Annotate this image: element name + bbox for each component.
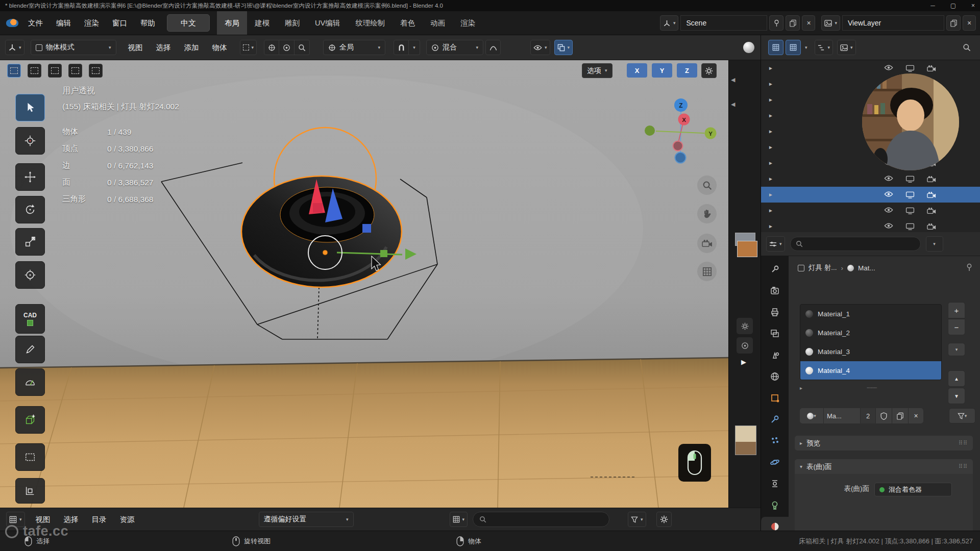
surface-shader-dropdown[interactable]: 混合着色器 bbox=[874, 483, 952, 496]
move-slot-up-button[interactable]: ▲ bbox=[948, 370, 965, 387]
tab-shading[interactable]: 着色 bbox=[393, 11, 423, 35]
menu-add[interactable]: 添加 bbox=[178, 35, 206, 60]
tab-tool[interactable] bbox=[761, 260, 789, 279]
import-method-dropdown[interactable]: 遵循偏好设置▾ bbox=[259, 512, 354, 527]
panel-grip[interactable]: ⠿⠿ bbox=[959, 440, 968, 446]
select-mode-extend[interactable] bbox=[28, 64, 41, 78]
snap-settings-dropdown[interactable]: ▾ bbox=[409, 40, 420, 55]
viewlayer-browse-dropdown[interactable]: ▾ bbox=[821, 15, 840, 31]
material-slot[interactable]: Material_1 bbox=[800, 305, 941, 323]
outliner-search-icon[interactable] bbox=[963, 43, 971, 52]
tool-rotate[interactable] bbox=[15, 196, 45, 223]
tool-options-dropdown[interactable]: 选项▾ bbox=[582, 63, 612, 78]
viewlayer-remove-button[interactable]: × bbox=[963, 15, 976, 31]
expand-play-arrow[interactable]: ▶ bbox=[741, 358, 746, 366]
outliner-display-mode-dropdown[interactable]: ▾ bbox=[815, 40, 834, 55]
maximize-button[interactable]: ▢ bbox=[950, 2, 956, 9]
outliner-row[interactable]: ► bbox=[761, 203, 980, 218]
browse-material-dropdown[interactable]: ▾ bbox=[800, 408, 823, 423]
tool-scale[interactable] bbox=[15, 228, 45, 256]
tab-texture-paint[interactable]: 纹理绘制 bbox=[348, 11, 393, 35]
tool-annotate[interactable] bbox=[15, 336, 45, 363]
zoom-button[interactable] bbox=[697, 176, 717, 195]
outliner-display-toggle-1[interactable] bbox=[768, 40, 783, 55]
tool-measure[interactable] bbox=[15, 368, 45, 396]
xray-toggle[interactable]: ▾ bbox=[554, 40, 573, 55]
proportional-falloff-button[interactable] bbox=[485, 40, 501, 55]
properties-editor-dropdown[interactable]: ▾ bbox=[766, 236, 785, 252]
tool-transform[interactable] bbox=[15, 261, 45, 289]
move-slot-down-button[interactable]: ▼ bbox=[948, 388, 965, 404]
surface-panel-header[interactable]: ▾ 表(曲)面 ⠿⠿ bbox=[795, 459, 973, 474]
tab-constraints[interactable] bbox=[761, 474, 789, 493]
gizmo-toggle-1[interactable] bbox=[264, 40, 279, 55]
tool-box-region[interactable] bbox=[15, 443, 45, 471]
tab-object-data[interactable] bbox=[761, 495, 789, 515]
outliner-row[interactable]: ► bbox=[761, 155, 980, 171]
expand-lastop-arrow[interactable]: ◀ bbox=[731, 101, 735, 108]
select-mode-intersect[interactable] bbox=[89, 64, 103, 78]
unlink-material-button[interactable]: × bbox=[908, 408, 923, 423]
language-button[interactable]: 中文 bbox=[167, 14, 210, 32]
select-mode-invert[interactable] bbox=[68, 64, 82, 78]
slot-extras-row[interactable]: ▸ ┉┉┉ bbox=[800, 384, 942, 392]
tool-add-primitive[interactable] bbox=[15, 406, 45, 434]
outliner-display-toggle-2[interactable] bbox=[786, 40, 801, 55]
scene-name-field[interactable]: Scene bbox=[680, 15, 767, 31]
remove-material-slot-button[interactable]: − bbox=[948, 319, 965, 335]
gizmo-toggle-2[interactable] bbox=[279, 40, 295, 55]
tool-extra[interactable] bbox=[15, 478, 45, 504]
snap-toggle[interactable] bbox=[394, 40, 409, 55]
asset-display-dropdown[interactable]: ▾ bbox=[450, 512, 468, 527]
viewport-3d[interactable]: Z X Y 选项▾ X Y Z 用户透视 (155) 床箱相关 | 灯具 射灯2… bbox=[0, 60, 728, 508]
menu-view[interactable]: 视图 bbox=[121, 35, 150, 60]
tool-settings-gear-button[interactable] bbox=[701, 63, 717, 78]
axis-x-button[interactable]: X bbox=[627, 63, 647, 78]
outliner-row[interactable]: ► bbox=[761, 218, 980, 232]
menu-render[interactable]: 渲染 bbox=[78, 11, 106, 35]
menu-help[interactable]: 帮助 bbox=[134, 11, 162, 35]
tab-physics[interactable] bbox=[761, 453, 789, 472]
tab-animation[interactable]: 动画 bbox=[423, 11, 453, 35]
menu-edit[interactable]: 编辑 bbox=[50, 11, 78, 35]
material-filter-dropdown[interactable]: ▾ bbox=[949, 408, 975, 423]
asset-settings-gear-button[interactable] bbox=[656, 512, 672, 527]
tab-modifiers[interactable] bbox=[761, 410, 789, 429]
material-slot[interactable]: Material_2 bbox=[800, 323, 941, 342]
tab-sculpting[interactable]: 雕刻 bbox=[277, 11, 307, 35]
material-slot-selected[interactable]: Material_4 bbox=[800, 361, 941, 380]
properties-search-input[interactable] bbox=[790, 237, 921, 251]
tool-select-box[interactable] bbox=[15, 94, 45, 121]
panel-grip[interactable]: ⠿⠿ bbox=[959, 463, 968, 470]
tab-modeling[interactable]: 建模 bbox=[247, 11, 277, 35]
material-name-field[interactable]: Ma... bbox=[823, 408, 860, 423]
asset-menu-asset[interactable]: 资源 bbox=[113, 508, 141, 531]
asset-search-input[interactable] bbox=[473, 512, 609, 527]
material-slot[interactable]: Material_3 bbox=[800, 342, 941, 361]
add-material-slot-button[interactable]: + bbox=[948, 302, 965, 318]
outliner-row[interactable]: ► bbox=[761, 76, 980, 92]
asset-menu-catalog[interactable]: 目录 bbox=[85, 508, 113, 531]
close-button[interactable]: × bbox=[971, 2, 975, 9]
outliner-filter-dropdown[interactable]: ▾ bbox=[837, 40, 856, 55]
render-thumbnail[interactable] bbox=[735, 425, 756, 455]
fake-user-shield-button[interactable] bbox=[875, 408, 892, 423]
tab-output[interactable] bbox=[761, 303, 789, 322]
scene-pin-button[interactable] bbox=[769, 15, 783, 31]
asset-filter-dropdown[interactable]: ▾ bbox=[628, 512, 646, 527]
collapsed-user-icon[interactable] bbox=[737, 337, 753, 354]
outliner-mode-caret[interactable]: ▾ bbox=[805, 45, 807, 50]
new-material-button[interactable] bbox=[892, 408, 908, 423]
tool-cursor[interactable] bbox=[15, 127, 45, 155]
preview-panel-header[interactable]: ▸ 预览 ⠿⠿ bbox=[795, 436, 973, 450]
select-mode-new[interactable] bbox=[7, 64, 21, 78]
tab-layout[interactable]: 布局 bbox=[217, 11, 247, 35]
mode-dropdown[interactable]: 物体模式▾ bbox=[31, 40, 116, 55]
viewlayer-name-field[interactable]: ViewLayer bbox=[842, 15, 944, 31]
blender-logo-icon[interactable] bbox=[6, 19, 18, 27]
camera-view-button[interactable] bbox=[697, 234, 717, 253]
editor-type-dropdown[interactable]: ▾ bbox=[5, 40, 24, 55]
expand-sidebar-arrow[interactable]: ◀ bbox=[731, 77, 735, 83]
tab-render[interactable] bbox=[761, 281, 789, 300]
menu-object[interactable]: 物体 bbox=[206, 35, 234, 60]
